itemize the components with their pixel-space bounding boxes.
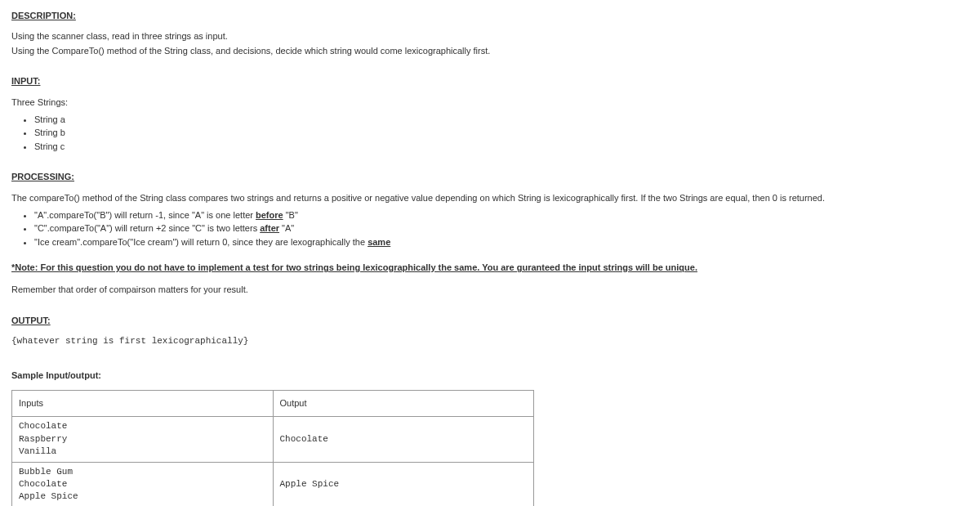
list-item: "A".compareTo("B") will return -1, since… (34, 209, 969, 222)
table-cell-output: Apple Spice (273, 462, 534, 506)
bullet-text: "Ice cream".compareTo("Ice cream") will … (34, 237, 368, 247)
list-item: String c (34, 141, 969, 153)
processing-list: "A".compareTo("B") will return -1, since… (11, 209, 969, 249)
list-item: "Ice cream".compareTo("Ice cream") will … (34, 236, 969, 249)
table-row: Bubble Gum Chocolate Apple Spice Apple S… (12, 462, 534, 506)
table-cell-output: Chocolate (273, 417, 534, 462)
sample-table: Inputs Output Chocolate Raspberry Vanill… (11, 390, 534, 506)
processing-heading: PROCESSING: (11, 171, 969, 183)
list-item: "C".compareTo("A") will return +2 since … (34, 222, 969, 235)
processing-intro: The compareTo() method of the String cla… (11, 192, 969, 204)
description-line-1: Using the scanner class, read in three s… (11, 30, 969, 43)
bullet-text: "B" (283, 210, 298, 220)
table-cell-inputs: Chocolate Raspberry Vanilla (12, 417, 274, 462)
processing-remember: Remember that order of compairson matter… (11, 284, 969, 296)
bullet-text: "A" (279, 223, 294, 233)
bullet-text: "A".compareTo("B") will return -1, since… (34, 210, 256, 220)
output-line: {whatever string is first lexicographica… (11, 335, 969, 347)
table-cell-inputs: Bubble Gum Chocolate Apple Spice (12, 462, 274, 506)
bullet-underline: before (256, 210, 283, 220)
input-intro: Three Strings: (11, 96, 969, 109)
bullet-text: "C".compareTo("A") will return +2 since … (34, 223, 260, 233)
input-heading: INPUT: (11, 75, 969, 87)
table-header-row: Inputs Output (12, 391, 534, 417)
list-item: String b (34, 127, 969, 139)
bullet-underline: after (260, 223, 279, 233)
sample-heading: Sample Input/output: (11, 369, 969, 382)
list-item: String a (34, 114, 969, 126)
output-heading: OUTPUT: (11, 315, 969, 327)
description-line-2: Using the CompareTo() method of the Stri… (11, 45, 969, 57)
table-header-output: Output (273, 391, 534, 417)
table-row: Chocolate Raspberry Vanilla Chocolate (12, 417, 534, 462)
bullet-underline: same (368, 237, 390, 247)
table-header-inputs: Inputs (12, 391, 274, 417)
description-heading: DESCRIPTION: (11, 10, 969, 22)
processing-note: *Note: For this question you do not have… (11, 262, 697, 274)
input-list: String a String b String c (11, 114, 969, 153)
